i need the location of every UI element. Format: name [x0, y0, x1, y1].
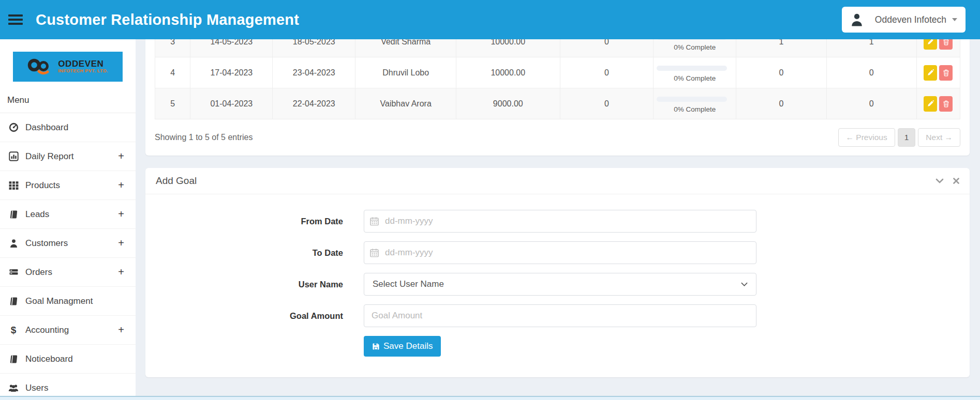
users-group-icon [7, 383, 20, 392]
user-avatar-icon [850, 13, 864, 27]
user-menu-label: Oddeven Infotech [875, 14, 946, 25]
sidebar-item-label: Dashboard [25, 122, 68, 133]
goal-amount-label: Goal Amount [145, 311, 343, 321]
close-panel-icon[interactable] [953, 178, 959, 184]
table-row: 5 01-04-2023 22-04-2023 Vaibhav Arora 90… [155, 88, 960, 119]
top-header-bar: Customer Relationship Management Oddeven… [0, 0, 980, 39]
sidebar-item-noticeboard[interactable]: Noticeboard [0, 345, 136, 374]
chevron-down-icon [952, 18, 957, 21]
sidebar-item-orders[interactable]: Orders + [0, 258, 136, 287]
sidebar-item-goal-managment[interactable]: Goal Managment [0, 287, 136, 316]
collapse-panel-icon[interactable] [936, 178, 944, 183]
next-page-button[interactable]: Next → [918, 128, 960, 147]
sidebar-item-leads[interactable]: Leads + [0, 200, 136, 229]
expand-plus-icon: + [118, 324, 128, 336]
cell-count-a: 0 [736, 88, 826, 119]
sidebar-item-customers[interactable]: Customers + [0, 229, 136, 258]
user-name-label: User Name [145, 280, 343, 289]
cell-progress: 0% Complete [654, 57, 736, 88]
calendar-icon [370, 249, 379, 257]
goal-list-card: 3 14-05-2023 18-05-2023 Vedit Sharma 100… [145, 39, 970, 156]
cell-achieved: 0 [560, 88, 653, 119]
from-date-label: From Date [145, 217, 343, 226]
cell-to-date: 22-04-2023 [273, 88, 355, 119]
book-icon [7, 355, 20, 364]
sidebar-item-label: Customers [25, 238, 68, 249]
sidebar-item-dashboard[interactable]: Dashboard [0, 113, 136, 142]
cell-actions [916, 57, 960, 88]
sidebar-menu-label: Menu [0, 82, 136, 113]
cell-actions [916, 88, 960, 119]
user-menu-button[interactable]: Oddeven Infotech [842, 7, 966, 33]
bar-chart-icon [7, 151, 20, 161]
edit-button[interactable] [924, 39, 937, 50]
table-row: 4 17-04-2023 23-04-2023 Dhruvil Lobo 100… [155, 57, 960, 88]
delete-button[interactable] [939, 65, 953, 81]
expand-plus-icon: + [118, 266, 128, 278]
progress-label: 0% Complete [657, 105, 733, 113]
edit-button[interactable] [924, 96, 937, 112]
page-title: Customer Relationship Management [36, 11, 299, 28]
save-details-button[interactable]: Save Details [364, 336, 441, 357]
cell-count-a: 0 [736, 57, 826, 88]
grid-icon [7, 180, 20, 190]
table-row: 3 14-05-2023 18-05-2023 Vedit Sharma 100… [155, 39, 960, 57]
book-icon [7, 210, 20, 219]
sidebar-item-products[interactable]: Products + [0, 171, 136, 200]
cell-to-date: 18-05-2023 [273, 39, 355, 57]
add-goal-body: From Date To Date User Name [145, 194, 970, 377]
cell-user-name: Vaibhav Arora [355, 88, 456, 119]
sidebar-item-label: Orders [25, 267, 52, 278]
cell-achieved: 0 [560, 39, 653, 57]
table-footer: Showing 1 to 5 of 5 entries ← Previous 1… [145, 119, 970, 156]
cell-count-b: 0 [826, 88, 916, 119]
progress-bar [657, 97, 726, 102]
add-goal-card: Add Goal From Date [145, 168, 970, 377]
current-page-button[interactable]: 1 [898, 128, 916, 147]
company-logo: ODDEVEN INFOTECH PVT. LTD. [13, 52, 123, 82]
to-date-input[interactable] [364, 241, 756, 264]
sidebar-item-label: Leads [25, 209, 49, 220]
delete-button[interactable] [939, 39, 953, 50]
cell-count-a: 1 [736, 39, 826, 57]
cell-from-date: 14-05-2023 [190, 39, 273, 57]
logo-mark-icon [27, 57, 54, 76]
logo-subtitle: INFOTECH PVT. LTD. [58, 69, 108, 73]
cell-goal-amount: 10000.00 [456, 57, 560, 88]
from-date-input[interactable] [364, 210, 756, 233]
edit-button[interactable] [924, 65, 937, 81]
sidebar-item-label: Products [25, 180, 60, 191]
cell-progress: 0% Complete [654, 39, 736, 57]
cell-goal-amount: 10000.00 [456, 39, 560, 57]
save-details-label: Save Details [383, 341, 433, 351]
progress-bar [657, 66, 726, 71]
cell-count-b: 1 [826, 39, 916, 57]
chevron-down-icon [741, 282, 748, 287]
goal-amount-input[interactable] [364, 304, 756, 327]
cell-actions [916, 39, 960, 57]
cell-serial: 5 [155, 88, 190, 119]
sidebar: ODDEVEN INFOTECH PVT. LTD. Menu Dashboar… [0, 39, 136, 400]
calendar-icon [370, 217, 379, 226]
cell-achieved: 0 [560, 57, 653, 88]
sidebar-item-label: Daily Report [25, 151, 74, 162]
add-goal-title: Add Goal [156, 175, 197, 187]
bottom-edge-strip [0, 396, 980, 400]
sidebar-item-label: Noticeboard [25, 354, 73, 364]
sidebar-toggle-icon[interactable] [8, 14, 23, 25]
cell-count-b: 0 [826, 57, 916, 88]
book-icon [7, 297, 20, 306]
delete-button[interactable] [939, 96, 953, 112]
user-name-select-value: Select User Name [373, 279, 444, 289]
sidebar-item-daily-report[interactable]: Daily Report + [0, 142, 136, 171]
user-icon [7, 239, 20, 248]
sidebar-item-accounting[interactable]: $ Accounting + [0, 316, 136, 345]
add-goal-header: Add Goal [145, 168, 970, 194]
goal-table: 3 14-05-2023 18-05-2023 Vedit Sharma 100… [155, 39, 960, 119]
progress-label: 0% Complete [657, 74, 733, 82]
sidebar-item-label: Goal Managment [25, 296, 93, 306]
previous-page-button[interactable]: ← Previous [838, 128, 895, 147]
cell-from-date: 17-04-2023 [190, 57, 273, 88]
user-name-select[interactable]: Select User Name [364, 273, 756, 296]
cell-to-date: 23-04-2023 [273, 57, 355, 88]
